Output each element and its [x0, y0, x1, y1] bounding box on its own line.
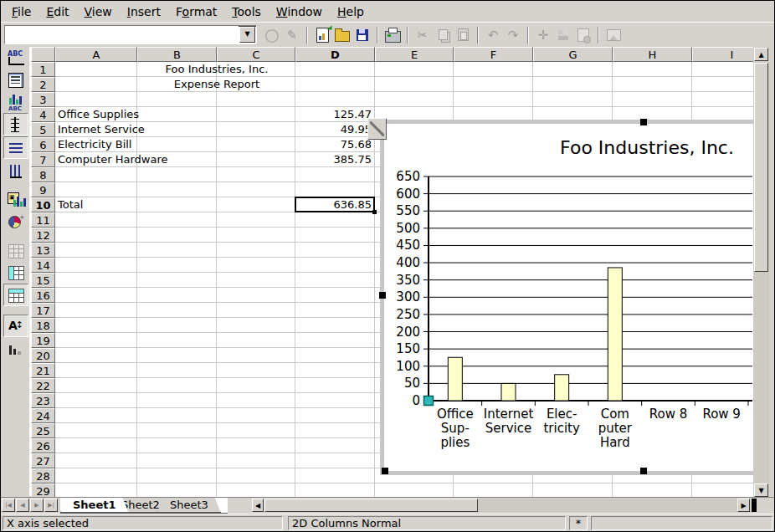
x-category-label[interactable]: InternetService [484, 407, 534, 436]
cell-D7[interactable]: 385.75 [295, 152, 372, 167]
row-header-20[interactable]: 20 [31, 348, 55, 363]
cell-A7[interactable]: Computer Hardware [58, 152, 168, 167]
x-category-label[interactable]: Elec-tricity [543, 407, 580, 436]
row-header-29[interactable]: 29 [31, 483, 55, 497]
menu-file[interactable]: File [4, 3, 38, 20]
menu-edit[interactable]: Edit [38, 3, 76, 20]
cell-D4[interactable]: 125.47 [295, 107, 372, 122]
url-dropdown-button[interactable]: ▼ [239, 27, 255, 43]
grid-corner-box[interactable] [31, 47, 55, 62]
vertical-grid-icon[interactable] [4, 160, 28, 181]
axes-title-icon[interactable]: ABC [4, 91, 28, 112]
horizontal-grid-icon[interactable] [3, 136, 28, 159]
last-sheet-button[interactable]: ▶| [44, 499, 58, 512]
chart-selection-handle[interactable] [640, 468, 647, 474]
x-category-label[interactable]: ComputerHard [598, 407, 633, 450]
row-header-15[interactable]: 15 [31, 273, 55, 288]
row-header-18[interactable]: 18 [31, 318, 55, 333]
cell-A10[interactable]: Total [58, 197, 83, 212]
embedded-chart-object[interactable]: Foo Industries, Inc.05010015020025030035… [380, 120, 757, 475]
url-combobox[interactable]: ▼ [4, 25, 257, 44]
cell-B1[interactable]: Foo Industries, Inc. [166, 62, 269, 77]
row-header-3[interactable]: 3 [31, 92, 55, 107]
column-header-F[interactable]: F [454, 47, 533, 62]
autoformat-chart-icon[interactable]: ✦ [4, 211, 28, 232]
x-axis-selection-handle[interactable] [424, 396, 434, 406]
chart-type-icon[interactable]: ▣ [4, 189, 28, 210]
bar-internet-service[interactable] [501, 383, 516, 401]
bar-office-supplies[interactable] [448, 357, 462, 401]
row-header-25[interactable]: 25 [31, 423, 55, 438]
column-header-H[interactable]: H [613, 47, 692, 62]
scroll-left-button[interactable]: ◀ [252, 499, 264, 512]
row-header-12[interactable]: 12 [31, 228, 55, 243]
row-header-7[interactable]: 7 [31, 152, 55, 167]
selected-cell-outline[interactable] [295, 197, 375, 212]
menu-window[interactable]: Window [269, 3, 330, 20]
column-header-A[interactable]: A [55, 47, 137, 62]
column-header-G[interactable]: G [533, 47, 613, 62]
previous-sheet-button[interactable]: ◀ [16, 499, 29, 512]
menu-insert[interactable]: Insert [120, 3, 168, 20]
cell-A5[interactable]: Internet Service [58, 122, 145, 137]
column-header-E[interactable]: E [375, 47, 454, 62]
row-header-14[interactable]: 14 [31, 258, 55, 273]
data-in-rows-icon[interactable] [4, 262, 28, 283]
chart-selection-handle[interactable] [382, 468, 388, 474]
column-header-C[interactable]: C [217, 47, 295, 62]
menu-tools[interactable]: Tools [224, 3, 269, 20]
column-header-D[interactable]: D [295, 47, 375, 62]
cell-D6[interactable]: 75.68 [295, 137, 372, 152]
url-input[interactable] [5, 26, 239, 43]
chart-title-icon[interactable]: ABC [4, 48, 28, 69]
chart-legend-icon[interactable] [4, 69, 28, 90]
row-header-13[interactable]: 13 [31, 243, 55, 258]
chart-corner-anchor-icon[interactable] [367, 118, 387, 140]
row-header-17[interactable]: 17 [31, 303, 55, 318]
next-sheet-button[interactable]: ▶ [30, 499, 44, 512]
row-header-27[interactable]: 27 [31, 453, 55, 468]
first-sheet-button[interactable]: |◀ [2, 499, 15, 512]
bar-computer-hard[interactable] [608, 268, 622, 401]
cell-A6[interactable]: Electricity Bill [58, 137, 131, 152]
cell-A4[interactable]: Office Supplies [58, 107, 139, 122]
row-header-5[interactable]: 5 [31, 122, 55, 137]
sheet-tab-sheet3[interactable]: Sheet3 [157, 498, 221, 513]
chart-selection-handle[interactable] [379, 292, 386, 299]
scroll-right-button[interactable]: ▶ [737, 499, 750, 512]
column-header-B[interactable]: B [137, 47, 217, 62]
reorganize-chart-icon[interactable] [4, 338, 28, 359]
menu-help[interactable]: Help [330, 3, 372, 20]
scroll-down-button[interactable]: ▼ [754, 483, 768, 497]
row-header-11[interactable]: 11 [31, 212, 55, 228]
row-header-21[interactable]: 21 [31, 363, 55, 378]
scroll-up-button[interactable]: ▲ [754, 48, 768, 61]
scale-text-icon[interactable]: A↕ [3, 315, 28, 337]
row-header-8[interactable]: 8 [31, 167, 55, 182]
row-header-16[interactable]: 16 [31, 288, 55, 303]
row-header-28[interactable]: 28 [31, 468, 55, 483]
save-icon[interactable] [353, 26, 372, 44]
menu-format[interactable]: Format [168, 3, 224, 20]
print-icon[interactable] [383, 26, 402, 44]
chart-title[interactable]: Foo Industries, Inc. [560, 137, 734, 158]
horizontal-split-handle[interactable] [752, 499, 757, 512]
x-category-label[interactable]: OfficeSup-plies [437, 407, 474, 450]
bar-electricity[interactable] [555, 375, 569, 401]
cell-B2[interactable]: Expense Report [174, 77, 259, 92]
data-in-columns-icon[interactable] [3, 284, 28, 306]
chart-selection-handle[interactable] [640, 119, 647, 125]
row-header-4[interactable]: 4 [31, 107, 55, 122]
show-axes-icon[interactable] [3, 113, 28, 136]
row-header-1[interactable]: 1 [31, 62, 55, 77]
row-header-22[interactable]: 22 [31, 378, 55, 393]
row-header-26[interactable]: 26 [31, 438, 55, 453]
row-header-24[interactable]: 24 [31, 408, 55, 423]
new-document-icon[interactable] [313, 26, 331, 44]
cell-D5[interactable]: 49.95 [295, 122, 372, 137]
horizontal-scroll-thumb[interactable] [264, 499, 478, 512]
row-header-23[interactable]: 23 [31, 393, 55, 408]
open-icon[interactable] [333, 26, 352, 44]
row-header-6[interactable]: 6 [31, 137, 55, 152]
row-header-9[interactable]: 9 [31, 182, 55, 197]
